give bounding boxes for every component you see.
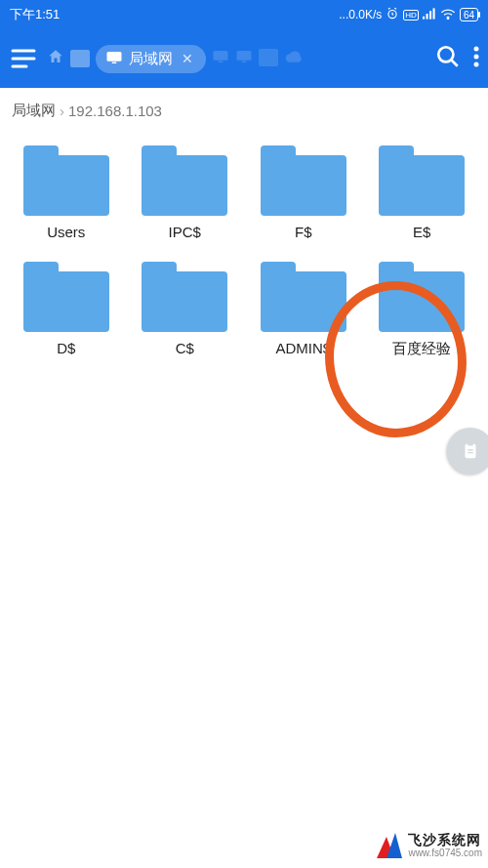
svg-rect-7 (112, 62, 117, 63)
folder-icon (23, 145, 109, 216)
tab-faded-3[interactable] (235, 49, 253, 68)
svg-point-15 (474, 62, 479, 67)
net-speed: ...0.0K/s (339, 8, 382, 21)
folder-admin[interactable]: ADMIN$ (249, 262, 358, 358)
folder-icon (142, 262, 227, 332)
folder-baidu[interactable]: 百度经验 (368, 262, 477, 358)
cloud-icon[interactable] (284, 49, 304, 68)
svg-rect-11 (242, 62, 247, 63)
folder-grid: Users IPC$ F$ E$ D$ C$ ADMIN$ 百度经验 (0, 134, 488, 370)
folder-icon (261, 262, 346, 332)
tab-faded-1[interactable] (70, 50, 90, 67)
svg-rect-17 (468, 442, 473, 446)
folder-e[interactable]: E$ (368, 145, 477, 240)
wifi-icon (440, 8, 456, 22)
breadcrumb[interactable]: 局域网 › 192.168.1.103 (0, 88, 488, 134)
active-tab[interactable]: 局域网 ✕ (96, 45, 206, 73)
app-bar: 局域网 ✕ (0, 29, 488, 88)
status-bar: 下午1:51 ...0.0K/s HD 64 (0, 0, 488, 29)
watermark-logo-icon (377, 833, 402, 858)
svg-rect-16 (466, 444, 476, 459)
signal-icon (423, 8, 436, 22)
folder-label: D$ (57, 340, 75, 356)
svg-point-5 (447, 18, 448, 19)
folder-c[interactable]: C$ (131, 262, 240, 358)
folder-label: E$ (413, 224, 430, 240)
folder-icon (23, 262, 109, 332)
svg-rect-19 (468, 452, 473, 453)
svg-point-14 (474, 55, 479, 60)
svg-rect-18 (468, 449, 473, 450)
svg-rect-1 (423, 16, 425, 19)
home-icon[interactable] (47, 48, 64, 70)
battery-icon: 64 (460, 8, 478, 21)
close-icon[interactable]: ✕ (179, 50, 196, 67)
status-right: ...0.0K/s HD 64 (339, 7, 478, 23)
folder-icon (142, 145, 227, 216)
folder-f[interactable]: F$ (249, 145, 358, 240)
tab-faded-4[interactable] (259, 49, 278, 66)
svg-point-12 (438, 47, 453, 62)
folder-icon (379, 145, 465, 216)
chevron-right-icon: › (60, 103, 64, 119)
status-time: 下午1:51 (10, 6, 339, 23)
folder-label: Users (47, 224, 85, 240)
svg-point-13 (474, 47, 479, 52)
watermark: 飞沙系统网 www.fs0745.com (377, 833, 482, 858)
faded-tabs (212, 49, 304, 68)
breadcrumb-current[interactable]: 192.168.1.103 (68, 103, 162, 119)
folder-icon (261, 145, 346, 216)
folder-icon (379, 262, 465, 332)
menu-button[interactable] (8, 43, 39, 74)
svg-rect-8 (214, 51, 228, 61)
folder-label: C$ (176, 340, 194, 356)
tabs-scroll[interactable]: 局域网 ✕ (47, 45, 427, 73)
more-button[interactable] (472, 45, 480, 72)
breadcrumb-root[interactable]: 局域网 (12, 102, 56, 120)
folder-label: IPC$ (169, 224, 201, 240)
folder-d[interactable]: D$ (12, 262, 121, 358)
svg-rect-3 (429, 11, 431, 19)
clipboard-fab[interactable] (447, 428, 488, 475)
hd-icon: HD (403, 10, 419, 21)
folder-label: ADMIN$ (275, 340, 331, 356)
svg-rect-6 (107, 52, 122, 62)
active-tab-label: 局域网 (129, 50, 173, 68)
folder-label: F$ (295, 224, 312, 240)
svg-rect-10 (237, 51, 252, 61)
svg-rect-2 (426, 14, 427, 20)
watermark-main: 飞沙系统网 (408, 833, 482, 847)
watermark-sub: www.fs0745.com (408, 847, 482, 858)
svg-rect-9 (219, 62, 224, 63)
folder-label: 百度经验 (392, 340, 451, 358)
monitor-icon (105, 50, 123, 68)
folder-users[interactable]: Users (12, 145, 121, 240)
svg-rect-4 (432, 8, 434, 19)
alarm-icon (386, 7, 399, 23)
search-button[interactable] (435, 44, 461, 73)
folder-ipc[interactable]: IPC$ (131, 145, 240, 240)
tab-faded-2[interactable] (212, 49, 229, 68)
